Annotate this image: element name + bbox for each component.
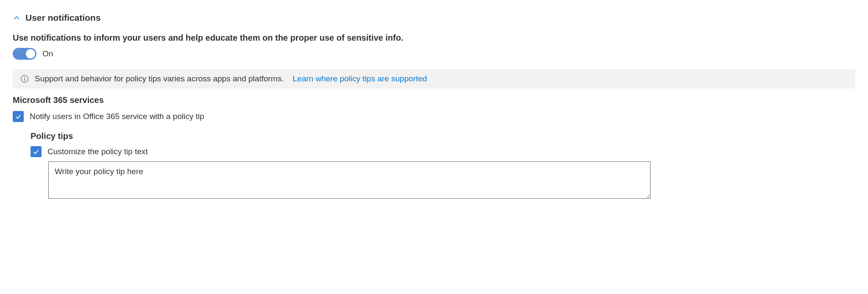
notify-checkbox-row: Notify users in Office 365 service with … [13, 111, 855, 122]
section-title: User notifications [25, 13, 100, 23]
section-header[interactable]: User notifications [13, 13, 855, 23]
policy-tips-section: Policy tips Customize the policy tip tex… [31, 131, 855, 201]
info-banner-text: Support and behavior for policy tips var… [35, 74, 284, 83]
info-icon [20, 75, 29, 83]
policy-tip-textarea[interactable] [48, 161, 650, 199]
chevron-up-icon [13, 14, 20, 22]
customize-policy-tip-checkbox[interactable] [31, 146, 42, 157]
policy-tip-textarea-wrap [48, 161, 855, 201]
svg-rect-2 [24, 78, 25, 81]
info-banner: Support and behavior for policy tips var… [13, 69, 855, 89]
policy-tips-title: Policy tips [31, 131, 855, 141]
svg-point-1 [24, 77, 25, 78]
customize-policy-tip-label: Customize the policy tip text [47, 147, 148, 156]
notify-users-label: Notify users in Office 365 service with … [30, 112, 204, 121]
notifications-toggle[interactable] [13, 48, 36, 60]
customize-checkbox-row: Customize the policy tip text [31, 146, 855, 157]
toggle-knob [26, 49, 35, 58]
info-banner-link[interactable]: Learn where policy tips are supported [293, 74, 427, 83]
subsection-title: Microsoft 365 services [13, 95, 855, 105]
notify-users-checkbox[interactable] [13, 111, 24, 122]
toggle-row: On [13, 48, 855, 60]
toggle-state-label: On [42, 49, 53, 58]
info-banner-content: Support and behavior for policy tips var… [35, 74, 427, 83]
section-description: Use notifications to inform your users a… [13, 33, 855, 43]
